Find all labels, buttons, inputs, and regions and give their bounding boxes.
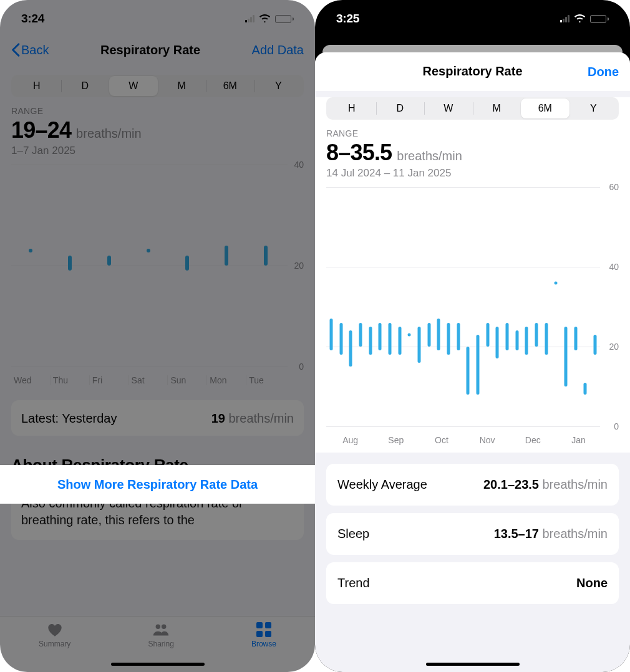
segment-m[interactable]: M [473, 98, 521, 118]
battery-icon [275, 15, 294, 23]
sheet-nav: Respiratory Rate Done [315, 52, 630, 91]
x-tick: Mon [206, 375, 246, 385]
x-tick: Fri [89, 375, 128, 385]
home-indicator[interactable] [426, 663, 520, 666]
status-indicators [245, 14, 294, 23]
home-indicator[interactable] [111, 663, 205, 666]
range-unit: breaths/min [76, 127, 142, 141]
svg-point-0 [156, 625, 161, 630]
stat-label: Weekly Average [337, 478, 427, 492]
stat-label: Sleep [337, 527, 369, 541]
cellular-icon [245, 15, 254, 22]
x-tick: Thu [50, 375, 89, 385]
range-label: RANGE [326, 128, 619, 138]
range-summary: RANGE 8–35.5 breaths/min 14 Jul 2024 – 1… [315, 120, 630, 180]
range-value: 19–24 [11, 117, 71, 143]
wifi-icon [574, 14, 586, 23]
x-tick: Jan [555, 435, 600, 445]
segment-w[interactable]: W [424, 98, 473, 118]
x-tick: Nov [463, 435, 509, 445]
done-button[interactable]: Done [588, 64, 619, 79]
stats-list: Weekly Average 20.1–23.5 breaths/min Sle… [326, 464, 619, 604]
latest-value: 19 [211, 411, 225, 425]
range-unit: breaths/min [397, 149, 462, 163]
x-tick: Wed [11, 375, 50, 385]
range-summary: RANGE 19–24 breaths/min 1–7 Jan 2025 [0, 97, 315, 157]
x-tick: Dec [509, 435, 555, 445]
latest-label: Latest: Yesterday [21, 411, 117, 426]
status-indicators [560, 14, 609, 23]
detail-sheet: Respiratory Rate Done HDWM6MY RANGE 8–35… [315, 52, 630, 672]
wifi-icon [259, 14, 271, 23]
stat-weekly-average[interactable]: Weekly Average 20.1–23.5 breaths/min [326, 464, 619, 506]
stat-value: 20.1–23.5 [483, 478, 539, 491]
range-label: RANGE [11, 106, 304, 116]
chevron-left-icon [11, 43, 20, 57]
stat-value: 13.5–17 [494, 527, 539, 540]
y-tick: 40 [294, 160, 304, 170]
tab-summary[interactable]: Summary [39, 622, 70, 648]
range-value: 8–35.5 [326, 140, 392, 166]
latest-unit: breaths/min [229, 411, 294, 425]
grid-icon [254, 622, 273, 638]
cellular-icon [560, 15, 569, 22]
x-tick: Sun [167, 375, 206, 385]
y-tick: 0 [299, 362, 304, 372]
sheet-title: Respiratory Rate [422, 64, 522, 79]
segment-6m[interactable]: 6M [521, 98, 569, 118]
segment-h[interactable]: H [327, 98, 376, 118]
svg-rect-3 [265, 622, 271, 628]
status-time: 3:25 [336, 12, 359, 26]
time-range-segmented[interactable]: HDWM6MY [326, 97, 619, 120]
phone-left: 3:24 Back Respiratory Rate Add Data [0, 0, 315, 672]
x-tick: Sat [128, 375, 168, 385]
segment-d[interactable]: D [376, 98, 425, 118]
range-date: 14 Jul 2024 – 11 Jan 2025 [326, 167, 619, 180]
y-tick: 20 [294, 261, 304, 271]
segment-m[interactable]: M [158, 76, 206, 96]
back-button[interactable]: Back [11, 43, 49, 57]
heart-icon [46, 622, 64, 638]
six-month-chart[interactable]: 6040200AugSepOctNovDecJan [326, 183, 619, 445]
x-tick: Sep [372, 435, 417, 445]
stat-unit: breaths/min [543, 527, 608, 540]
battery-icon [590, 15, 609, 23]
y-tick: 40 [609, 262, 619, 272]
segment-w[interactable]: W [109, 76, 158, 96]
page-title: Respiratory Rate [100, 43, 200, 57]
y-tick: 20 [609, 342, 619, 352]
segment-6m[interactable]: 6M [206, 76, 254, 96]
svg-point-1 [162, 625, 167, 630]
status-bar: 3:25 [315, 0, 630, 37]
y-tick: 60 [609, 182, 619, 192]
segment-d[interactable]: D [61, 76, 110, 96]
tab-sharing[interactable]: Sharing [148, 622, 173, 648]
status-time: 3:24 [21, 12, 44, 26]
nav-bar: Back Respiratory Rate Add Data [0, 35, 315, 65]
segment-y[interactable]: Y [569, 98, 618, 118]
add-data-button[interactable]: Add Data [252, 43, 304, 57]
stat-sleep[interactable]: Sleep 13.5–17 breaths/min [326, 513, 619, 555]
x-tick: Oct [417, 435, 463, 445]
x-tick: Tue [246, 375, 285, 385]
y-tick: 0 [614, 421, 619, 431]
segment-h[interactable]: H [12, 76, 61, 96]
show-more-button[interactable]: Show More Respiratory Rate Data [0, 465, 315, 504]
segment-y[interactable]: Y [254, 76, 303, 96]
x-tick: Aug [326, 435, 372, 445]
svg-rect-4 [256, 631, 263, 637]
people-icon [152, 622, 170, 638]
svg-rect-5 [265, 631, 271, 637]
back-label: Back [21, 43, 49, 57]
latest-card[interactable]: Latest: Yesterday 19 breaths/min [11, 400, 304, 436]
stat-trend[interactable]: Trend None [326, 562, 619, 604]
tab-browse[interactable]: Browse [251, 622, 276, 648]
status-bar: 3:24 [0, 0, 315, 37]
time-range-segmented[interactable]: HDWM6MY [11, 75, 304, 97]
weekly-chart[interactable]: 40200WedThuFriSatSunMonTue [11, 161, 304, 385]
stat-value: None [576, 576, 608, 590]
svg-rect-2 [256, 622, 263, 628]
range-date: 1–7 Jan 2025 [11, 145, 304, 157]
phone-right: 3:25 Respiratory Rate Done HDWM6MY [315, 0, 630, 672]
stat-label: Trend [337, 576, 370, 590]
